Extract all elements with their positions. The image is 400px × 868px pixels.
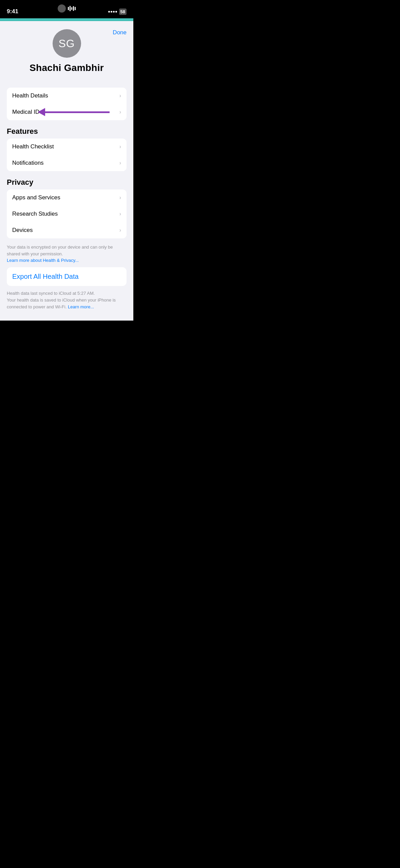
- arrow-line: [45, 111, 110, 113]
- export-health-data-button[interactable]: Export All Health Data: [12, 273, 79, 281]
- health-details-label: Health Details: [12, 92, 48, 99]
- health-checklist-chevron: ›: [119, 144, 121, 150]
- di-avatar: [58, 4, 66, 13]
- devices-chevron: ›: [119, 227, 121, 233]
- di-waveform: [68, 6, 76, 11]
- profile-name: Shachi Gambhir: [30, 62, 104, 73]
- avatar: SG: [53, 29, 81, 58]
- notifications-row[interactable]: Notifications ›: [7, 155, 127, 171]
- features-section: Health Checklist › Notifications ›: [0, 139, 133, 171]
- privacy-section-header-wrapper: Privacy: [0, 173, 133, 189]
- features-list-card: Health Checklist › Notifications ›: [7, 139, 127, 171]
- medical-id-label: Medical ID: [12, 109, 39, 115]
- apps-and-services-chevron: ›: [119, 195, 121, 201]
- signal-icon: [108, 11, 117, 13]
- status-bar: 9:41 58: [0, 0, 133, 18]
- status-time: 9:41: [7, 8, 18, 15]
- privacy-list-card: Apps and Services › Research Studies › D…: [7, 189, 127, 238]
- sync-note: Health data last synced to iCloud at 5:2…: [0, 286, 133, 310]
- avatar-initials: SG: [58, 37, 75, 50]
- medical-id-chevron: ›: [119, 109, 121, 115]
- research-studies-label: Research Studies: [12, 211, 58, 217]
- apps-and-services-row[interactable]: Apps and Services ›: [7, 189, 127, 206]
- profile-section: Done SG Shachi Gambhir: [0, 21, 133, 88]
- main-content: Done SG Shachi Gambhir Health Details › …: [0, 21, 133, 321]
- health-details-row[interactable]: Health Details ›: [7, 88, 127, 104]
- research-studies-chevron: ›: [119, 211, 121, 217]
- personal-section: Health Details › Medical ID ›: [0, 88, 133, 120]
- privacy-section-header: Privacy: [0, 173, 133, 189]
- health-details-chevron: ›: [119, 93, 121, 99]
- medical-id-row[interactable]: Medical ID ›: [7, 104, 127, 120]
- personal-list-card: Health Details › Medical ID ›: [7, 88, 127, 120]
- status-right: 58: [108, 8, 127, 15]
- teal-accent-bar: [0, 18, 133, 21]
- notifications-label: Notifications: [12, 160, 44, 166]
- arrow-annotation: [38, 108, 110, 116]
- sync-note-text: Health data last synced to iCloud at 5:2…: [7, 291, 116, 309]
- notifications-chevron: ›: [119, 160, 121, 166]
- sync-learn-more-link[interactable]: Learn more...: [68, 304, 94, 309]
- privacy-learn-more-link[interactable]: Learn more about Health & Privacy...: [7, 258, 79, 263]
- devices-row[interactable]: Devices ›: [7, 222, 127, 238]
- health-checklist-label: Health Checklist: [12, 143, 54, 150]
- battery-level: 58: [120, 9, 125, 14]
- apps-and-services-label: Apps and Services: [12, 194, 60, 201]
- battery-indicator: 58: [119, 8, 127, 15]
- done-button[interactable]: Done: [113, 29, 127, 36]
- features-section-header-wrapper: Features: [0, 122, 133, 139]
- features-section-header: Features: [0, 122, 133, 139]
- research-studies-row[interactable]: Research Studies ›: [7, 206, 127, 222]
- export-section: Export All Health Data: [7, 267, 127, 286]
- privacy-note: Your data is encrypted on your device an…: [0, 240, 133, 266]
- dynamic-island: [46, 3, 87, 14]
- devices-label: Devices: [12, 227, 33, 234]
- privacy-section: Apps and Services › Research Studies › D…: [0, 189, 133, 238]
- privacy-note-text: Your data is encrypted on your device an…: [7, 245, 113, 256]
- health-checklist-row[interactable]: Health Checklist ›: [7, 139, 127, 155]
